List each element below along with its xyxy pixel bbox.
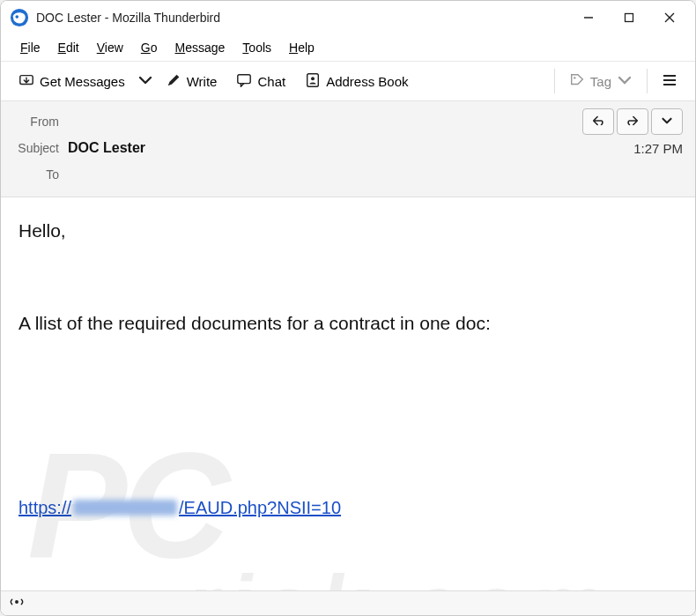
svg-rect-7 bbox=[238, 74, 250, 83]
titlebar: DOC Lester - Mozilla Thunderbird bbox=[1, 1, 695, 34]
write-label: Write bbox=[187, 74, 218, 89]
from-label: From bbox=[13, 115, 68, 129]
message-header: From bbox=[1, 101, 695, 197]
subject-value: DOC Lester bbox=[68, 140, 633, 156]
thunderbird-logo-icon bbox=[10, 8, 29, 27]
link-suffix: /EAUD.php?NSII=10 bbox=[179, 496, 341, 520]
toolbar-separator bbox=[647, 69, 648, 93]
chevron-down-icon bbox=[137, 72, 153, 91]
menu-tools[interactable]: Tools bbox=[233, 37, 280, 58]
get-messages-button[interactable]: Get Messages bbox=[10, 66, 134, 96]
inbox-download-icon bbox=[19, 72, 34, 91]
reply-button[interactable] bbox=[582, 108, 614, 135]
close-button[interactable] bbox=[649, 4, 690, 32]
svg-point-9 bbox=[311, 77, 315, 80]
redacted-host bbox=[73, 500, 177, 516]
forward-icon bbox=[626, 114, 640, 130]
menubar: File Edit View Go Message Tools Help bbox=[1, 34, 695, 61]
chat-button[interactable]: Chat bbox=[227, 66, 294, 96]
tag-button[interactable]: Tag bbox=[560, 66, 641, 96]
online-status-icon[interactable] bbox=[10, 595, 24, 612]
minimize-button[interactable] bbox=[568, 4, 609, 32]
write-button[interactable]: Write bbox=[157, 66, 226, 96]
forward-button[interactable] bbox=[617, 108, 648, 135]
menu-help[interactable]: Help bbox=[280, 37, 323, 58]
menu-view[interactable]: View bbox=[88, 37, 132, 58]
maximize-button[interactable] bbox=[609, 4, 649, 32]
address-book-icon bbox=[305, 72, 321, 91]
chat-icon bbox=[236, 72, 252, 91]
toolbar: Get Messages Write Chat Address Book bbox=[1, 61, 695, 101]
body-line: A llist of the required documents for a … bbox=[19, 311, 677, 336]
statusbar bbox=[1, 590, 695, 615]
svg-point-10 bbox=[574, 77, 575, 78]
window-title: DOC Lester - Mozilla Thunderbird bbox=[36, 11, 568, 25]
get-messages-dropdown[interactable] bbox=[136, 66, 155, 96]
reply-icon bbox=[591, 114, 605, 130]
address-book-button[interactable]: Address Book bbox=[296, 66, 417, 96]
svg-point-1 bbox=[15, 15, 19, 19]
to-label: To bbox=[13, 167, 68, 182]
menu-edit[interactable]: Edit bbox=[49, 37, 88, 58]
app-menu-button[interactable] bbox=[653, 66, 686, 96]
message-body: PC risk.com Hello, A llist of the requir… bbox=[1, 197, 695, 590]
more-actions-button[interactable] bbox=[651, 108, 683, 135]
svg-point-14 bbox=[15, 600, 19, 604]
body-greeting: Hello, bbox=[19, 219, 677, 243]
tag-icon bbox=[569, 72, 585, 91]
link-prefix: https:// bbox=[19, 496, 71, 520]
pencil-icon bbox=[166, 72, 181, 91]
message-time: 1:27 PM bbox=[633, 141, 683, 156]
get-messages-label: Get Messages bbox=[40, 74, 125, 89]
body-link[interactable]: https:// /EAUD.php?NSII=10 bbox=[19, 496, 341, 520]
subject-label: Subject bbox=[13, 141, 68, 155]
menu-go[interactable]: Go bbox=[132, 37, 167, 58]
chevron-down-icon bbox=[660, 114, 674, 130]
address-book-label: Address Book bbox=[326, 74, 408, 89]
toolbar-separator bbox=[554, 69, 555, 93]
chat-label: Chat bbox=[257, 74, 285, 89]
svg-rect-3 bbox=[626, 14, 633, 22]
tag-label: Tag bbox=[590, 74, 611, 89]
chevron-down-icon bbox=[617, 72, 633, 91]
menu-message[interactable]: Message bbox=[167, 37, 234, 58]
hamburger-icon bbox=[662, 72, 677, 91]
menu-file[interactable]: File bbox=[11, 37, 49, 58]
